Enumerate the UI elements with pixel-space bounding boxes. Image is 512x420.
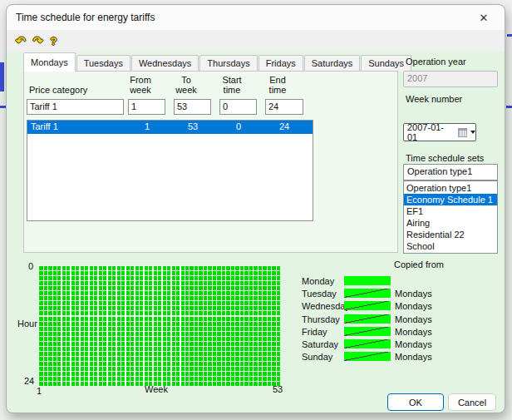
- legend-day-label: Friday: [302, 327, 327, 337]
- calendar-icon: [458, 128, 467, 137]
- legend-copied-from: Mondays: [395, 314, 432, 324]
- toolbar: ↶ ↷ ?: [7, 30, 505, 52]
- tab-tuesdays[interactable]: Tuesdays: [76, 55, 130, 72]
- tab-mondays[interactable]: Mondays: [23, 52, 76, 72]
- schedule-set-item-selected[interactable]: Economy Schedule 1: [404, 194, 497, 205]
- time-schedule-dialog: Time schedule for energy tariffs ✕ ↶ ↷ ?…: [6, 4, 505, 413]
- tuesday-schedule-swatch: [344, 289, 391, 298]
- legend-day-label: Thursday: [302, 314, 340, 324]
- tab-thursdays[interactable]: Thursdays: [199, 55, 257, 72]
- end-time-input[interactable]: 24: [265, 99, 303, 115]
- time-schedule-sets-label: Time schedule sets: [406, 153, 484, 163]
- from-week-input[interactable]: 1: [128, 99, 165, 115]
- background-window-fragment: [507, 34, 512, 37]
- hour-axis-tick-bottom: 24: [24, 376, 34, 386]
- start-time-input[interactable]: 0: [219, 99, 257, 115]
- price-category-header: Price category: [29, 85, 87, 95]
- schedule-set-item[interactable]: Airing: [404, 217, 497, 229]
- redo-icon[interactable]: ↷: [33, 35, 43, 47]
- copied-from-header: Copied from: [394, 259, 444, 269]
- dropdown-arrow-icon: [470, 131, 475, 134]
- week-number-label: Week number: [406, 94, 462, 104]
- hour-axis-label: Hour: [17, 319, 37, 329]
- to-week-input[interactable]: 53: [174, 99, 211, 115]
- cell-from-week: 1: [145, 121, 150, 131]
- tab-fridays[interactable]: Fridays: [258, 55, 303, 72]
- cell-end-time: 24: [279, 121, 289, 131]
- date-value: 2007-01-01: [407, 122, 454, 142]
- start-time-header: Start time: [222, 75, 241, 95]
- ok-button[interactable]: OK: [387, 393, 444, 411]
- cell-to-week: 53: [188, 121, 198, 131]
- tariff-row-selected[interactable]: Tariff 1 1 53 0 24: [27, 121, 313, 134]
- price-category-input[interactable]: Tariff 1: [27, 99, 124, 115]
- schedule-heatmap[interactable]: [38, 265, 280, 386]
- legend-day-label: Tuesday: [302, 289, 337, 299]
- week-axis-tick-left: 1: [37, 386, 42, 396]
- tariff-listbox[interactable]: Tariff 1 1 53 0 24: [27, 120, 313, 221]
- friday-schedule-swatch: [344, 327, 391, 336]
- schedule-sets-listbox[interactable]: Operation type1 Economy Schedule 1 EF1 A…: [403, 180, 498, 254]
- end-time-header: End time: [269, 75, 287, 95]
- tariff-tab-page: Price category From week To week Start t…: [23, 71, 398, 253]
- schedule-set-item[interactable]: Operation type1: [404, 182, 497, 194]
- day-tabs: Mondays Tuesdays Wednesdays Thursdays Fr…: [23, 52, 412, 72]
- sunday-schedule-swatch: [344, 352, 391, 361]
- schedule-set-item[interactable]: School: [404, 240, 497, 252]
- monday-schedule-swatch: [344, 276, 391, 285]
- week-date-picker[interactable]: 2007-01-01: [403, 123, 476, 141]
- legend-copied-from: Mondays: [395, 289, 432, 299]
- tab-saturdays[interactable]: Saturdays: [304, 55, 361, 72]
- background-window-fragment: [506, 106, 512, 108]
- schedule-set-item[interactable]: Residential 22: [404, 229, 497, 240]
- legend-day-label: Saturday: [302, 339, 338, 349]
- operation-year-field: 2007: [403, 71, 498, 87]
- week-axis-label: Week: [145, 384, 168, 394]
- thursday-schedule-swatch: [344, 314, 391, 324]
- saturday-schedule-swatch: [344, 339, 391, 348]
- operation-year-label: Operation year: [406, 57, 466, 67]
- undo-icon[interactable]: ↶: [16, 35, 26, 47]
- legend-copied-from: Mondays: [395, 327, 432, 337]
- hour-axis-tick-top: 0: [28, 261, 33, 271]
- cancel-button[interactable]: Cancel: [448, 393, 496, 411]
- cell-start-time: 0: [236, 121, 241, 131]
- help-icon[interactable]: ?: [50, 36, 57, 47]
- background-window-fragment: [0, 106, 6, 108]
- legend-day-label: Monday: [302, 276, 334, 286]
- close-icon[interactable]: ✕: [468, 5, 500, 30]
- legend-day-label: Sunday: [302, 352, 332, 362]
- tab-sundays[interactable]: Sundays: [361, 55, 411, 72]
- title-bar[interactable]: Time schedule for energy tariffs ✕: [7, 5, 505, 30]
- wednesday-schedule-swatch: [344, 301, 391, 310]
- dialog-title: Time schedule for energy tariffs: [7, 12, 155, 23]
- schedule-set-item[interactable]: EF1: [404, 205, 497, 217]
- background-window-fragment: [0, 62, 4, 91]
- legend-copied-from: Mondays: [395, 301, 432, 311]
- cell-price-category: Tariff 1: [31, 121, 58, 131]
- legend-day-label: Wednesday: [302, 301, 350, 311]
- legend-copied-from: Mondays: [395, 352, 432, 362]
- from-week-header: From week: [130, 75, 151, 95]
- tab-wednesdays[interactable]: Wednesdays: [131, 55, 199, 72]
- legend-copied-from: Mondays: [395, 339, 432, 349]
- schedule-set-input[interactable]: Operation type1: [403, 164, 498, 180]
- to-week-header: To week: [175, 75, 197, 95]
- week-axis-tick-right: 53: [273, 384, 283, 394]
